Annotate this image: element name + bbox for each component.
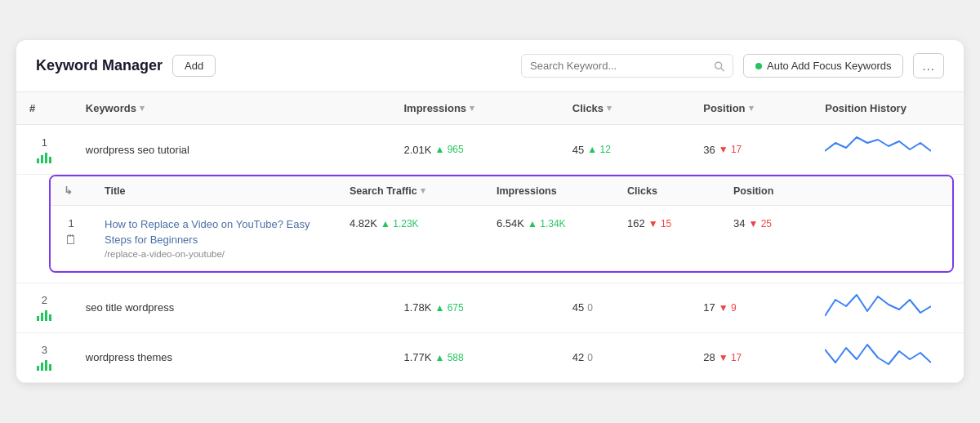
sub-article-title-cell: How to Replace a Video on YouTube? Easy …: [91, 206, 336, 270]
sub-col-hash: ↳: [51, 176, 91, 206]
sub-col-title: Title: [91, 176, 336, 206]
position-cell: 28 ▼ 17: [690, 332, 812, 382]
row-number-cell: 1: [16, 125, 73, 175]
chevron-down-icon: ▾: [421, 185, 425, 196]
position-cell: 36 ▼ 17: [690, 125, 812, 175]
chevron-down-icon: ▾: [140, 103, 145, 114]
col-header-position: Position ▾: [690, 92, 812, 125]
impressions-cell: 2.01K ▲ 965: [390, 125, 559, 175]
sub-search-traffic-cell: 4.82K ▲ 1.23K: [336, 206, 483, 270]
chevron-down-icon: ▾: [607, 103, 612, 114]
svg-line-1: [721, 68, 724, 70]
col-header-impressions: Impressions ▾: [390, 92, 559, 125]
document-icon: 🗒: [64, 233, 78, 247]
chevron-down-icon: ▾: [749, 103, 754, 114]
sub-table-row[interactable]: 1 🗒 How to Replace a Video on YouTube? E…: [51, 206, 952, 270]
keywords-table: # Keywords ▾ Impressions ▾: [16, 92, 964, 382]
clicks-cell: 45 ▲ 12: [559, 125, 690, 175]
sub-col-clicks: Clicks: [614, 176, 720, 206]
sub-col-search-traffic: Search Traffic ▾: [336, 176, 483, 206]
table-row[interactable]: 2 seo title wordpress 1.78K: [16, 283, 964, 332]
auto-add-focus-keywords-button[interactable]: Auto Add Focus Keywords: [743, 54, 903, 78]
svg-rect-13: [49, 364, 51, 371]
table-row[interactable]: 1 wordpress seo tutorial 2.01K: [16, 125, 964, 175]
clicks-cell: 45 0: [559, 283, 690, 332]
svg-rect-3: [41, 155, 43, 163]
table-header-row: # Keywords ▾ Impressions ▾: [16, 92, 964, 125]
sparkline-cell: [812, 332, 964, 382]
svg-rect-5: [49, 157, 51, 163]
svg-rect-9: [49, 314, 51, 321]
auto-add-label: Auto Add Focus Keywords: [767, 60, 891, 72]
table-row[interactable]: 3 wordpress themes 1.77K: [16, 332, 964, 382]
status-dot: [755, 63, 762, 69]
keyword-cell: seo title wordpress: [73, 283, 391, 332]
more-options-button[interactable]: ...: [913, 53, 944, 78]
row-number-cell: 2: [16, 283, 73, 332]
col-header-clicks: Clicks ▾: [559, 92, 690, 125]
svg-rect-7: [41, 313, 43, 321]
search-icon: [714, 60, 724, 72]
svg-rect-11: [41, 363, 43, 371]
svg-rect-4: [45, 153, 47, 163]
clicks-cell: 42 0: [559, 332, 690, 382]
col-header-position-history: Position History: [812, 92, 964, 125]
keyword-manager-panel: Keyword Manager Add Auto Add Focus Keywo…: [16, 40, 964, 382]
header: Keyword Manager Add Auto Add Focus Keywo…: [16, 40, 964, 92]
sparkline-chart: [825, 292, 931, 324]
expanded-row: ↳ Title Search Traffic: [16, 175, 964, 283]
keyword-cell: wordpress themes: [73, 332, 391, 382]
svg-rect-10: [37, 366, 39, 371]
col-header-keywords: Keywords ▾: [73, 92, 391, 125]
svg-rect-12: [45, 360, 47, 371]
impressions-cell: 1.77K ▲ 588: [390, 332, 559, 382]
sparkline-cell: [812, 283, 964, 332]
sub-position-cell: 34 ▼ 25: [720, 206, 952, 270]
sub-impressions-cell: 6.54K ▲ 1.34K: [483, 206, 614, 270]
sub-clicks-cell: 162 ▼ 15: [614, 206, 720, 270]
impressions-cell: 1.78K ▲ 675: [390, 283, 559, 332]
keyword-cell: wordpress seo tutorial: [73, 125, 391, 175]
sparkline-cell: [812, 125, 964, 175]
chevron-down-icon: ▾: [470, 103, 474, 114]
col-header-hash: #: [16, 92, 73, 125]
sub-col-position: Position: [720, 176, 952, 206]
row-number-cell: 3: [16, 332, 73, 382]
chart-bar-icon: [36, 358, 52, 371]
chart-bar-icon: [36, 308, 52, 321]
page-title: Keyword Manager: [36, 57, 163, 74]
svg-rect-2: [37, 158, 39, 163]
search-input[interactable]: [530, 60, 709, 72]
add-button[interactable]: Add: [172, 55, 216, 77]
chart-bar-icon: [36, 150, 52, 163]
sparkline-chart: [825, 133, 931, 166]
svg-rect-8: [45, 310, 47, 321]
sparkline-chart: [825, 341, 931, 374]
sub-col-impressions: Impressions: [483, 176, 614, 206]
position-cell: 17 ▼ 9: [690, 283, 812, 332]
svg-rect-6: [37, 316, 39, 321]
search-box: [521, 54, 733, 78]
sub-row-num-cell: 1 🗒: [51, 206, 91, 270]
